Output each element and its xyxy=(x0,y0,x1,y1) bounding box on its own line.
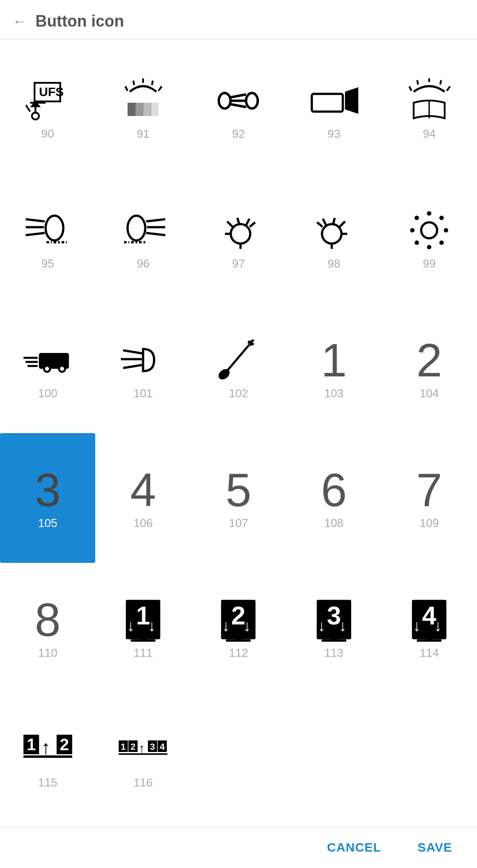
svg-text:3: 3 xyxy=(150,741,155,751)
svg-line-56 xyxy=(323,219,326,225)
icon-cell-109[interactable]: 7 109 xyxy=(382,433,477,563)
icon-label-93: 93 xyxy=(327,127,340,141)
icon-label-112: 112 xyxy=(229,646,248,660)
icon-107: 5 xyxy=(214,468,263,512)
icon-cell-104[interactable]: 2 104 xyxy=(382,303,477,433)
icon-cell-110[interactable]: 8 110 xyxy=(0,563,95,693)
icon-94 xyxy=(405,78,454,123)
svg-line-31 xyxy=(26,219,45,221)
icon-label-95: 95 xyxy=(41,257,54,271)
svg-point-71 xyxy=(45,367,49,371)
icon-cell-105[interactable]: 3 105 xyxy=(0,433,95,563)
svg-line-33 xyxy=(26,233,45,235)
svg-line-48 xyxy=(237,218,239,224)
icon-cell-103[interactable]: 1 103 xyxy=(286,303,381,433)
svg-text:4: 4 xyxy=(160,741,165,751)
header: ← Button icon xyxy=(0,0,477,39)
icon-label-113: 113 xyxy=(324,646,343,660)
icon-cell-96[interactable]: 96 xyxy=(95,174,190,303)
svg-line-28 xyxy=(447,86,450,91)
svg-point-72 xyxy=(60,367,64,371)
svg-line-27 xyxy=(440,80,441,85)
icon-101 xyxy=(119,338,167,382)
save-button[interactable]: SAVE xyxy=(411,836,459,859)
svg-line-6 xyxy=(26,105,30,112)
icon-112: 2 ↓ ↓ xyxy=(214,597,263,642)
icon-97 xyxy=(214,208,263,252)
icon-116: 1 2 ↑ 3 4 xyxy=(119,727,167,771)
svg-text:↑: ↑ xyxy=(41,736,50,758)
svg-text:↓: ↓ xyxy=(413,617,421,635)
icon-cell-99[interactable]: 99 xyxy=(382,174,477,303)
svg-rect-22 xyxy=(312,94,343,112)
back-button[interactable]: ← xyxy=(9,11,30,32)
icon-label-107: 107 xyxy=(229,516,248,530)
icon-label-109: 109 xyxy=(420,516,439,530)
icon-label-114: 114 xyxy=(420,646,439,660)
icon-cell-113[interactable]: 3 ↓ ↓ 113 xyxy=(286,563,381,693)
icon-label-98: 98 xyxy=(327,257,340,271)
svg-point-62 xyxy=(444,228,448,232)
icon-label-99: 99 xyxy=(423,257,436,271)
icon-cell-empty-2 xyxy=(286,693,381,822)
svg-line-11 xyxy=(159,86,162,91)
cancel-button[interactable]: CANCEL xyxy=(320,836,388,859)
page-title: Button icon xyxy=(35,12,124,31)
svg-text:↓: ↓ xyxy=(148,617,156,635)
svg-text:1: 1 xyxy=(121,741,126,751)
icon-cell-91[interactable]: 91 xyxy=(95,44,190,174)
svg-text:↓: ↓ xyxy=(222,617,230,635)
svg-line-83 xyxy=(248,341,254,345)
svg-line-50 xyxy=(250,222,255,227)
svg-line-55 xyxy=(333,218,335,224)
svg-line-19 xyxy=(231,94,246,97)
svg-text:↓: ↓ xyxy=(434,617,442,635)
icon-cell-108[interactable]: 6 108 xyxy=(286,433,381,563)
svg-text:↓: ↓ xyxy=(318,617,326,635)
svg-line-78 xyxy=(123,365,142,368)
icon-90: UFS xyxy=(23,78,72,123)
icon-grid: UFS 90 xyxy=(0,39,477,827)
svg-point-30 xyxy=(46,216,63,240)
icon-cell-90[interactable]: UFS 90 xyxy=(0,44,95,174)
icon-cell-116[interactable]: 1 2 ↑ 3 4 116 xyxy=(95,693,190,822)
icon-cell-114[interactable]: 4 ↓ ↓ 114 xyxy=(382,563,477,693)
svg-rect-95 xyxy=(226,639,251,642)
icon-cell-101[interactable]: 101 xyxy=(95,303,190,433)
icon-98 xyxy=(310,208,358,252)
icon-cell-112[interactable]: 2 ↓ ↓ 112 xyxy=(191,563,286,693)
icon-cell-97[interactable]: 97 xyxy=(191,174,286,303)
icon-cell-115[interactable]: 1 ↑ 2 115 xyxy=(0,693,95,822)
svg-line-40 xyxy=(146,233,165,235)
icon-96 xyxy=(119,208,167,252)
icon-cell-95[interactable]: 95 xyxy=(0,174,95,303)
icon-cell-93[interactable]: 93 xyxy=(286,44,381,174)
icon-91 xyxy=(119,78,167,123)
icon-110: 8 xyxy=(23,597,72,642)
icon-111: 1 ↓ ↓ xyxy=(119,597,167,642)
icon-cell-94[interactable]: 94 xyxy=(382,44,477,174)
icon-100 xyxy=(23,338,72,382)
icon-label-105: 105 xyxy=(38,516,57,530)
icon-cell-106[interactable]: 4 106 xyxy=(95,433,190,563)
icon-104: 2 xyxy=(405,338,454,382)
svg-text:1: 1 xyxy=(27,735,36,754)
icon-109: 7 xyxy=(405,468,454,512)
icon-cell-107[interactable]: 5 107 xyxy=(191,433,286,563)
icon-cell-111[interactable]: 1 ↓ ↓ 111 xyxy=(95,563,190,693)
svg-line-76 xyxy=(123,350,142,353)
icon-cell-100[interactable]: 100 xyxy=(0,303,95,433)
svg-point-59 xyxy=(427,211,431,216)
icon-label-94: 94 xyxy=(423,127,436,141)
svg-line-10 xyxy=(152,81,153,85)
icon-cell-102[interactable]: 102 xyxy=(191,303,286,433)
icon-cell-98[interactable]: 98 xyxy=(286,174,381,303)
icon-105: 3 xyxy=(23,468,72,512)
icon-label-116: 116 xyxy=(133,776,152,790)
icon-label-90: 90 xyxy=(41,127,54,141)
svg-line-25 xyxy=(417,80,418,85)
svg-line-21 xyxy=(231,104,246,107)
icon-label-101: 101 xyxy=(133,387,152,400)
svg-text:2: 2 xyxy=(60,735,69,754)
icon-cell-92[interactable]: 92 xyxy=(191,44,286,174)
